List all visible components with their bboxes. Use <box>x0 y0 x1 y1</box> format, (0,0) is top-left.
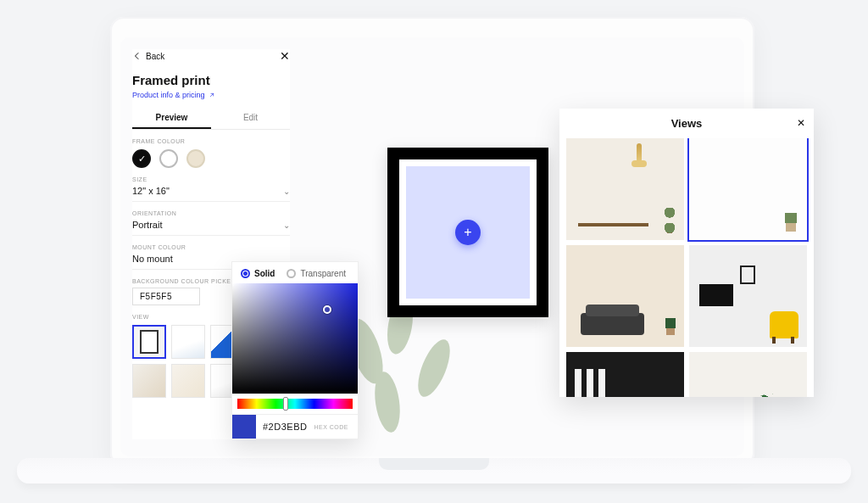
view-option-lamp-room[interactable] <box>566 138 684 240</box>
frame-colour-black[interactable]: ✓ <box>132 149 151 168</box>
size-label: SIZE <box>132 176 290 182</box>
view-option-palm-room[interactable] <box>689 352 807 397</box>
picker-mode-transparent[interactable]: Transparent <box>287 269 346 278</box>
external-link-icon <box>209 92 215 98</box>
frame-mount: + <box>399 159 537 305</box>
mount-colour-label: MOUNT COLOUR <box>132 244 290 250</box>
view-thumb-5[interactable] <box>171 364 205 398</box>
view-thumb-4[interactable] <box>132 364 166 398</box>
size-select[interactable]: 12" x 16" ⌄ <box>132 186 290 202</box>
current-colour-swatch <box>232 415 256 439</box>
orientation-value: Portrait <box>132 220 162 230</box>
tab-edit[interactable]: Edit <box>211 108 290 129</box>
hex-code-label: HEX CODE <box>314 424 348 430</box>
frame-colour-label: FRAME COLOUR <box>132 138 290 144</box>
saturation-lightness-area[interactable] <box>232 283 358 394</box>
chevron-down-icon: ⌄ <box>283 221 290 230</box>
frame-colour-swatches: ✓ <box>132 149 290 168</box>
views-title: Views <box>671 117 703 130</box>
plus-icon: + <box>464 225 471 240</box>
radio-icon <box>241 269 250 278</box>
view-option-living-room[interactable] <box>689 245 807 347</box>
hex-row: #2D3EBD HEX CODE <box>232 414 358 439</box>
back-button[interactable]: Back <box>132 51 164 61</box>
svg-point-3 <box>412 335 457 400</box>
frame-outer: + <box>387 148 548 317</box>
views-popup: Views ✕ <box>559 109 814 397</box>
picker-solid-label: Solid <box>254 269 275 278</box>
chevron-down-icon: ⌄ <box>283 187 290 196</box>
product-info-link-label: Product info & pricing <box>132 91 205 99</box>
sidebar-tabs: Preview Edit <box>132 108 290 130</box>
back-label: Back <box>146 52 164 61</box>
product-info-link[interactable]: Product info & pricing <box>132 91 215 99</box>
size-value: 12" x 16" <box>132 186 170 196</box>
frame-artwork-area: + <box>406 166 530 299</box>
close-sidebar-button[interactable]: ✕ <box>280 49 290 63</box>
orientation-select[interactable]: Portrait ⌄ <box>132 220 290 236</box>
colour-cursor[interactable] <box>323 305 331 314</box>
radio-icon <box>287 269 296 278</box>
tab-preview[interactable]: Preview <box>132 108 211 129</box>
views-grid <box>559 138 814 397</box>
check-icon: ✓ <box>138 154 146 165</box>
hue-thumb[interactable] <box>283 397 288 411</box>
colour-picker-popup: Solid Transparent #2D3EBD HEX CODE <box>231 261 359 439</box>
add-artwork-button[interactable]: + <box>455 220 481 245</box>
laptop-base <box>17 458 851 483</box>
frame-colour-natural[interactable] <box>186 149 205 168</box>
views-close-button[interactable]: ✕ <box>797 117 805 129</box>
view-thumb-plain[interactable] <box>132 325 166 359</box>
view-option-blank[interactable] <box>689 138 807 240</box>
hue-slider[interactable] <box>237 399 353 409</box>
arrow-left-icon <box>132 51 142 61</box>
picker-mode-solid[interactable]: Solid <box>241 269 275 278</box>
frame-colour-white[interactable] <box>159 149 178 168</box>
view-thumb-2[interactable] <box>171 325 205 359</box>
view-option-sofa-room[interactable] <box>566 245 684 347</box>
product-preview: + <box>383 139 553 326</box>
orientation-label: ORIENTATION <box>132 210 290 216</box>
bg-hex-input[interactable]: F5F5F5 <box>132 288 200 305</box>
laptop-notch <box>379 458 489 470</box>
picker-transparent-label: Transparent <box>300 269 346 278</box>
view-option-dark-room[interactable] <box>566 352 684 397</box>
product-title: Framed print <box>132 73 290 87</box>
svg-point-4 <box>371 370 403 433</box>
hex-value[interactable]: #2D3EBD <box>256 422 314 432</box>
